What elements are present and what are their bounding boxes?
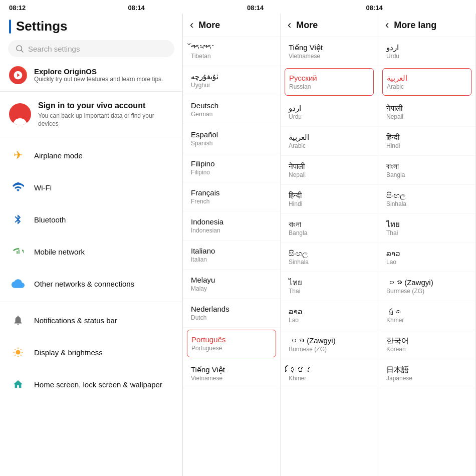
panel-header-1: ‹More <box>183 14 280 37</box>
lang-name: Tiếng Việt <box>191 365 272 374</box>
lang-item[interactable]: ไทยThai <box>378 214 475 243</box>
search-bar[interactable]: Search settings <box>8 40 174 57</box>
search-placeholder: Search settings <box>28 45 80 53</box>
panel-header-2: ‹More <box>281 14 378 37</box>
settings-item-display[interactable]: Display & brightness <box>0 336 182 368</box>
settings-item-bluetooth[interactable]: Bluetooth <box>0 203 182 235</box>
lang-name: नेपाली <box>386 104 467 113</box>
lang-subname: Nepali <box>289 171 370 178</box>
lang-item[interactable]: नेपालीNepali <box>378 98 475 127</box>
back-button-3[interactable]: ‹ <box>385 19 389 32</box>
lang-item[interactable]: ᨮᩢ᩠ᨦKhmer <box>378 301 475 330</box>
back-button-1[interactable]: ‹ <box>190 19 193 32</box>
lang-item[interactable]: ไทยThai <box>281 272 378 301</box>
lang-item[interactable]: NederlandsDutch <box>183 299 280 328</box>
lang-item[interactable]: 한국어Korean <box>378 330 475 359</box>
lang-item[interactable]: नेपालीNepali <box>281 156 378 185</box>
lang-name: 한국어 <box>386 336 467 345</box>
lang-item[interactable]: DeutschGerman <box>183 95 280 124</box>
divider-2 <box>0 137 182 137</box>
lang-item[interactable]: 日本語Japanese <box>378 359 475 388</box>
lang-item[interactable]: हिन्दीHindi <box>378 127 475 156</box>
lang-name: العربية <box>387 74 467 83</box>
lang-item[interactable]: বাংলাBangla <box>378 156 475 185</box>
explore-subtitle: Quickly try out new features and learn m… <box>34 76 163 84</box>
lang-name: اردو <box>289 104 370 113</box>
lang-name: Español <box>191 130 272 139</box>
lang-item[interactable]: РусскийRussian <box>285 68 374 96</box>
item-label-bluetooth: Bluetooth <box>34 215 66 224</box>
lang-item[interactable]: සිංහලSinhala <box>378 185 475 214</box>
lang-name: नेपाली <box>289 162 370 171</box>
settings-list: ✈ Airplane mode Wi-Fi Bluetooth Mobi <box>0 139 182 476</box>
lang-name: Français <box>191 188 272 197</box>
lang-item[interactable]: FilipinoFilipino <box>183 153 280 182</box>
settings-item-airplane[interactable]: ✈ Airplane mode <box>0 139 182 171</box>
status-time-3: 08:14 <box>238 4 357 12</box>
lang-subname: Hindi <box>289 200 370 207</box>
lang-name: 日本語 <box>386 365 467 374</box>
lang-panel-3: ‹More langاردوUrduالعربيةArabicनेपालीNep… <box>378 14 476 476</box>
divider-1 <box>0 91 182 92</box>
lang-subname: Vietnamese <box>191 375 272 382</box>
lang-item[interactable]: PortuguêsPortuguese <box>187 330 276 357</box>
lang-panel-1: ‹Moreབོད་སྐད་TibetanئۇيغۇرچەUyghurDeutsc… <box>183 14 281 476</box>
lang-item[interactable]: ខ្មែរKhmer <box>281 359 378 388</box>
lang-item[interactable]: ລາວLao <box>378 243 475 272</box>
lang-subname: Khmer <box>386 317 467 324</box>
status-time-2: 08:14 <box>119 4 239 12</box>
lang-name: བོད་སྐད་ <box>191 43 272 52</box>
lang-name: العربية <box>289 133 370 142</box>
lang-item[interactable]: MelayuMalay <box>183 270 280 299</box>
wifi-icon <box>9 178 27 196</box>
search-icon <box>15 44 24 53</box>
lang-item[interactable]: বাংলাBangla <box>281 214 378 243</box>
settings-item-networks[interactable]: Other networks & connections <box>0 268 182 300</box>
settings-panel: Settings Search settings Explore OriginO… <box>0 14 183 476</box>
signin-title: Sign in to your vivo account <box>38 101 173 110</box>
lang-list-1: བོད་སྐད་TibetanئۇيغۇرچەUyghurDeutschGerm… <box>183 37 280 476</box>
back-button-2[interactable]: ‹ <box>288 19 291 32</box>
lang-item[interactable]: FrançaisFrench <box>183 182 280 211</box>
lang-item[interactable]: العربيةArabic <box>382 68 471 96</box>
lang-subname: Tibetan <box>191 53 272 60</box>
lang-name: ไทย <box>289 278 370 287</box>
home-icon <box>9 375 27 393</box>
settings-item-mobile[interactable]: Mobile network <box>0 235 182 268</box>
lang-name: Italiano <box>191 247 272 256</box>
lang-subname: Italian <box>191 256 272 263</box>
lang-item[interactable]: IndonesiaIndonesian <box>183 211 280 241</box>
lang-item[interactable]: العربيةArabic <box>281 127 378 156</box>
lang-subname: Japanese <box>386 375 467 382</box>
brightness-icon <box>9 343 27 361</box>
settings-item-notifications[interactable]: Notifications & status bar <box>0 304 182 336</box>
explore-title: Explore OriginOS <box>34 67 163 76</box>
lang-item[interactable]: Tiếng ViệtVietnamese <box>183 359 280 388</box>
lang-item[interactable]: ဗမာ (Zawgyi)Burmese (ZG) <box>378 272 475 301</box>
lang-subname: Vietnamese <box>289 53 370 60</box>
item-label-wifi: Wi-Fi <box>34 183 52 192</box>
lang-item[interactable]: EspañolSpanish <box>183 124 280 153</box>
lang-item[interactable]: ئۇيغۇرچەUyghur <box>183 66 280 95</box>
lang-item[interactable]: Tiếng ViệtVietnamese <box>281 37 378 66</box>
lang-item[interactable]: ဗမာ (Zawgyi)Burmese (ZG) <box>281 330 378 359</box>
lang-item[interactable]: සිංහලSinhala <box>281 243 378 272</box>
lang-item[interactable]: ລາວLao <box>281 301 378 330</box>
lang-name: हिन्दी <box>386 133 467 142</box>
airplane-icon: ✈ <box>9 146 27 164</box>
item-label-mobile: Mobile network <box>34 248 85 256</box>
lang-subname: Spanish <box>191 140 272 147</box>
settings-item-homescreen[interactable]: Home screen, lock screen & wallpaper <box>0 368 182 400</box>
settings-item-wifi[interactable]: Wi-Fi <box>0 171 182 203</box>
lang-name: Melayu <box>191 276 272 285</box>
signin-section[interactable]: Sign in to your vivo account You can bac… <box>0 94 182 135</box>
lang-item[interactable]: اردوUrdu <box>378 37 475 66</box>
lang-subname: Lao <box>386 259 467 266</box>
lang-subname: Filipino <box>191 169 272 176</box>
notifications-icon <box>9 311 27 329</box>
lang-item[interactable]: ItalianoItalian <box>183 241 280 270</box>
explore-section[interactable]: Explore OriginOS Quickly try out new fea… <box>0 61 182 89</box>
lang-item[interactable]: བོད་སྐད་Tibetan <box>183 37 280 66</box>
lang-item[interactable]: اردوUrdu <box>281 98 378 127</box>
lang-item[interactable]: हिन्दीHindi <box>281 185 378 214</box>
